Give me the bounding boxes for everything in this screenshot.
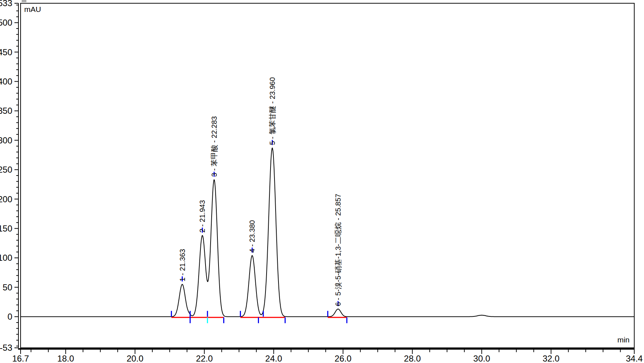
peak-label: 2 - 21.943 — [198, 200, 206, 233]
y-tick-label: 500 — [0, 18, 12, 27]
x-tick-label: 28.0 — [404, 354, 421, 363]
peak-label: 5 - 氯苯甘醚 - 23.960 — [268, 77, 276, 145]
chromatogram-chart: 533500450400350300250200150100500-5316.7… — [0, 0, 644, 363]
signal-trace — [21, 148, 634, 317]
axes-layer: 533500450400350300250200150100500-5316.7… — [0, 0, 643, 363]
x-axis-unit-label: min — [617, 336, 630, 344]
y-tick-label: 300 — [0, 135, 12, 145]
x-tick-label: 16.7 — [12, 354, 29, 363]
x-tick-label: 34.4 — [626, 354, 643, 363]
x-tick-label: 20.0 — [126, 354, 143, 363]
y-tick-label: 0 — [8, 312, 12, 321]
x-tick-label: 22.0 — [196, 354, 213, 363]
x-tick-label: 26.0 — [334, 354, 351, 363]
y-tick-label: -53 — [0, 343, 12, 353]
integration-marks-layer — [172, 311, 347, 323]
y-tick-label: 400 — [0, 77, 12, 86]
peak-label: 1 - 21.363 — [178, 249, 186, 281]
peak-labels-layer: 1 - 21.3632 - 21.9433 - 苯甲酸 - 22.2834 - … — [178, 77, 342, 306]
x-tick-label: 18.0 — [57, 354, 74, 363]
y-tick-label: 450 — [0, 47, 12, 57]
y-axis-unit-label: mAU — [24, 5, 41, 13]
peak-label: 3 - 苯甲酸 - 22.283 — [210, 116, 218, 177]
trace-layer — [21, 148, 634, 317]
y-tick-label: 100 — [0, 253, 12, 263]
window-edge-artifact — [22, 0, 26, 2]
peak-label: 4 - 23.380 — [248, 220, 256, 252]
y-tick-label: 150 — [0, 224, 12, 233]
y-tick-label: 250 — [0, 165, 12, 174]
peak-label: 6 - 5-溴-5-硝基-1,3-二噁烷 - 25.857 — [334, 194, 342, 306]
x-tick-label: 30.0 — [473, 354, 490, 363]
y-tick-label: 533 — [0, 0, 12, 8]
y-tick-label: 350 — [0, 106, 12, 116]
chromatogram-window: 533500450400350300250200150100500-5316.7… — [0, 0, 644, 363]
y-tick-label: 200 — [0, 194, 12, 204]
y-tick-label: 50 — [3, 282, 12, 292]
plot-frame — [21, 3, 634, 348]
x-tick-label: 24.0 — [265, 354, 282, 363]
x-tick-label: 32.0 — [543, 354, 559, 363]
